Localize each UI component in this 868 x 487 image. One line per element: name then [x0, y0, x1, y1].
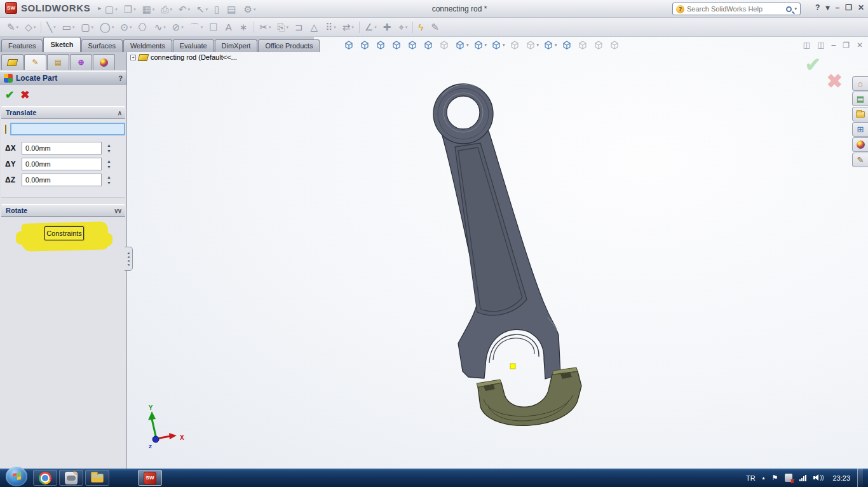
tree-expand-icon[interactable]: + [130, 55, 136, 60]
circle-icon[interactable]: ◯▾ [97, 21, 117, 33]
Sketch[interactable]: Sketch [43, 37, 80, 52]
language-indicator[interactable]: TR [746, 474, 756, 482]
network-icon[interactable] [799, 475, 806, 481]
design-library-tab[interactable]: ▤ [852, 92, 868, 106]
zoom-to-area-icon[interactable] [358, 39, 372, 51]
feature-tree-root[interactable]: + connecting rod (Default<<... [130, 53, 237, 61]
DimXpert[interactable]: DimXpert [215, 39, 258, 52]
solidworks-taskbar-button[interactable]: SW [138, 470, 162, 486]
rotate-group-header[interactable]: Rotate ∨∨ [1, 204, 125, 217]
open-icon[interactable]: ❒▾ [121, 3, 139, 15]
view-settings-icon[interactable]: ▾ [541, 39, 559, 51]
explorer-taskbar-button[interactable] [85, 470, 109, 486]
cascade-windows-icon[interactable]: ◫ [803, 41, 810, 50]
panel-help-icon[interactable]: ? [118, 74, 123, 82]
spinner-down-icon[interactable]: ▼ [107, 149, 111, 153]
menu-expander-icon[interactable]: ▸ [98, 4, 101, 11]
spinner-up-icon[interactable]: ▲ [107, 160, 111, 163]
configurationmanager-tab[interactable]: ▤ [47, 54, 69, 70]
hide-show-items-icon[interactable]: ▾ [489, 39, 506, 51]
mouse-gestures-icon[interactable]: ▯ [211, 3, 224, 15]
Features[interactable]: Features [1, 39, 43, 52]
graphics-app-taskbar-button[interactable]: ✎ [59, 470, 83, 486]
Surfaces[interactable]: Surfaces [81, 39, 123, 52]
minimize-icon[interactable]: – [835, 3, 839, 12]
repair-sketch-icon[interactable]: ✚ [380, 21, 396, 33]
spinner-down-icon[interactable]: ▼ [107, 181, 111, 184]
confirmation-cancel-icon[interactable]: ✖ [827, 70, 843, 92]
3d-drawing-view-icon[interactable] [560, 39, 574, 51]
featuremanager-tab[interactable] [1, 54, 24, 70]
device-error-icon[interactable] [785, 474, 792, 482]
polygon-icon[interactable]: ⎔ [135, 21, 151, 33]
options-icon[interactable]: ⚙▾ [241, 3, 259, 15]
sketch-icon[interactable]: ✎▾ [4, 21, 22, 33]
action-center-icon[interactable]: ⚑ [772, 474, 778, 482]
front-view-icon[interactable] [390, 39, 404, 51]
mirror-entities-icon[interactable]: △ [308, 21, 323, 33]
restore-document-icon[interactable]: ❐ [843, 41, 850, 50]
line-icon[interactable]: ╲▾ [43, 21, 59, 33]
panel-splitter-handle[interactable]: ◄ ◄ ◄ ◄ [125, 247, 133, 271]
feature-tree-label[interactable]: connecting rod (Default<<... [151, 53, 237, 61]
search-icon[interactable] [786, 6, 792, 12]
help-dropdown-icon[interactable]: ▾ [825, 3, 829, 12]
linear-pattern-icon[interactable]: ⠿▾ [322, 21, 339, 33]
display-style-icon[interactable]: ▾ [471, 39, 489, 51]
dimension-pen-icon[interactable]: ✎ [428, 21, 444, 33]
constraints-button[interactable]: Constraints [44, 226, 84, 240]
appearances-tab[interactable] [852, 137, 868, 152]
displaymanager-tab[interactable] [93, 54, 115, 70]
previous-view-icon[interactable] [374, 39, 388, 51]
dimxpertmanager-tab[interactable]: ⊕ [70, 54, 92, 70]
undo-icon[interactable]: ↶▾ [175, 3, 193, 15]
ok-button[interactable]: ✔ [5, 88, 14, 102]
chrome-taskbar-button[interactable] [33, 470, 57, 486]
model-canvas[interactable]: Y X Z [127, 37, 868, 469]
offset-entities-icon[interactable]: ⊐ [292, 21, 308, 33]
perimeter-circle-icon[interactable]: ⊙▾ [117, 21, 135, 33]
selection-box-icon[interactable]: ☐ [206, 21, 222, 33]
tile-windows-icon[interactable]: ◫ [817, 41, 824, 50]
move-entities-icon[interactable]: ⇄▾ [339, 21, 357, 33]
Office Products[interactable]: Office Products [258, 39, 320, 52]
properties-icon[interactable]: ▤ [224, 3, 240, 15]
select-icon[interactable]: ↖▾ [193, 3, 211, 15]
spinner[interactable]: ▲▼ [104, 160, 111, 168]
slot-icon[interactable]: ▢▾ [78, 21, 97, 33]
bearing-cap[interactable] [478, 371, 581, 425]
new-document-icon[interactable]: ▢▾ [102, 3, 121, 15]
file-explorer-tab[interactable] [852, 107, 868, 121]
apply-scene-icon[interactable]: ▾ [524, 39, 541, 51]
close-document-icon[interactable]: ✕ [857, 41, 863, 50]
start-button[interactable] [6, 467, 27, 486]
fullscreen-icon[interactable] [607, 39, 622, 51]
propertymanager-tab[interactable]: ✎ [24, 54, 46, 70]
sketch-settings-icon[interactable]: ϟ [415, 21, 428, 33]
save-icon[interactable]: ▦▾ [139, 3, 158, 15]
expand-chevron-icon[interactable]: ∨∨ [114, 207, 121, 214]
normal-to-icon[interactable] [421, 39, 436, 51]
smart-dimension-icon[interactable]: ◇▾ [22, 21, 39, 33]
restore-icon[interactable]: ❐ [845, 3, 852, 12]
ellipse-icon[interactable]: ⊘▾ [169, 21, 187, 33]
help-icon[interactable]: ? [815, 3, 820, 12]
sketch-point-marker[interactable] [510, 364, 515, 369]
cancel-button[interactable]: ✖ [20, 88, 29, 102]
translate-selection-input[interactable] [10, 123, 125, 135]
spinner-down-icon[interactable]: ▼ [107, 165, 111, 168]
collapse-chevron-icon[interactable]: ∧ [118, 109, 121, 116]
display-relations-icon[interactable]: ∠▾ [362, 21, 380, 33]
help-search-box[interactable]: ? ▾ [672, 3, 801, 15]
solidworks-resources-tab[interactable]: ⌂ [852, 76, 868, 91]
convert-entities-icon[interactable]: ⎘▾ [274, 21, 292, 33]
isometric-view-icon[interactable] [405, 39, 420, 51]
edit-appearance-icon[interactable] [508, 39, 522, 51]
Evaluate[interactable]: Evaluate [173, 39, 214, 52]
minimize-document-icon[interactable]: – [831, 41, 836, 50]
close-icon[interactable]: ✕ [858, 3, 864, 12]
taskbar-clock[interactable]: 23:23 [832, 474, 850, 482]
volume-icon[interactable] [813, 474, 825, 482]
quick-snaps-icon[interactable]: ⌖▾ [395, 21, 410, 33]
sketch-fillet-icon[interactable]: ⌒▾ [187, 21, 207, 33]
